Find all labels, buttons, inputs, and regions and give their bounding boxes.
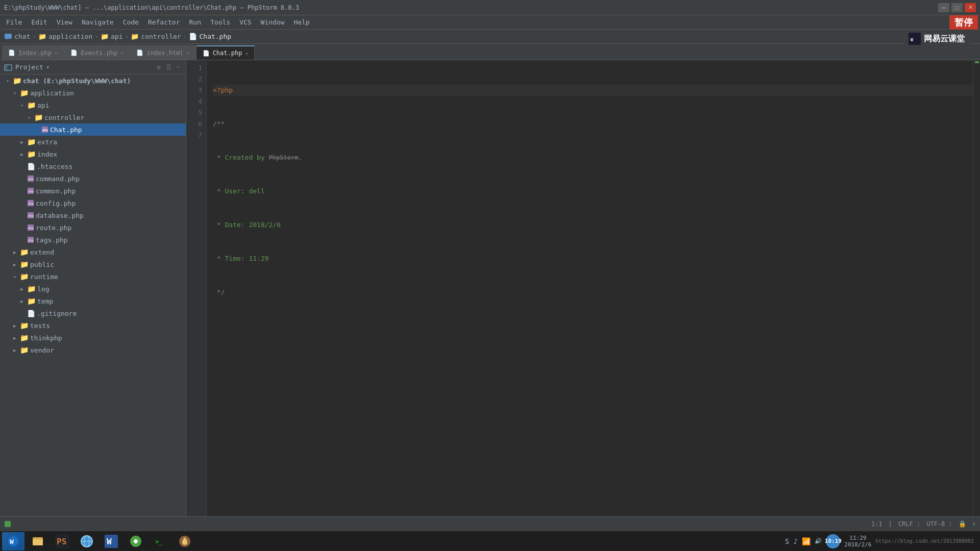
taskbar-browser[interactable] <box>76 532 98 550</box>
menu-code[interactable]: Code <box>119 17 143 28</box>
tree-item-route-php[interactable]: php route.php <box>0 221 186 234</box>
folder-icon-runtime: 📁 <box>20 272 29 281</box>
svg-rect-2 <box>5 34 12 39</box>
tree-item-config-php[interactable]: php config.php <box>0 197 186 209</box>
php-file-icon-command: php <box>27 175 34 182</box>
chat-icon <box>4 33 12 41</box>
taskbar-terminal[interactable]: >_ <box>149 532 172 550</box>
tree-item-command-php[interactable]: php command.php <box>0 172 186 185</box>
start-button[interactable]: W <box>2 532 24 550</box>
menu-help[interactable]: Help <box>290 17 314 28</box>
editor-content[interactable]: 1 2 3 4 5 6 7 <?php /** * Created by Php… <box>186 60 980 516</box>
folder-icon-temp: 📁 <box>27 297 36 305</box>
php-file-icon-common: php <box>27 187 34 194</box>
tree-label-index: index <box>37 151 57 158</box>
tree-item-extend[interactable]: ▶ 📁 extend <box>0 246 186 258</box>
comment-open: /** <box>213 118 225 130</box>
menu-vcs[interactable]: VCS <box>235 17 255 28</box>
editor-area: 1 2 3 4 5 6 7 <?php /** * Created by Php… <box>186 60 980 516</box>
title-bar: E:\phpStudy\WWW\chat] – ...\application\… <box>0 0 980 15</box>
tree-label-command-php: command.php <box>36 175 80 183</box>
cursor-position: 1:1 <box>871 520 883 528</box>
menu-navigate[interactable]: Navigate <box>78 17 118 28</box>
taskbar-explorer[interactable] <box>27 532 49 550</box>
tab-index-php[interactable]: 📄 Index.php ✕ <box>2 45 64 60</box>
project-minimize-btn[interactable]: ─ <box>175 63 182 71</box>
menu-edit[interactable]: Edit <box>27 17 51 28</box>
breadcrumb-chat[interactable]: chat <box>14 33 30 40</box>
tab-close-icon4[interactable]: ✕ <box>245 51 248 56</box>
line-num-5: 5 <box>186 107 202 118</box>
menu-file[interactable]: File <box>2 17 26 28</box>
tree-label-tags-php: tags.php <box>36 236 68 244</box>
menu-refactor[interactable]: Refactor <box>144 17 184 28</box>
menu-view[interactable]: View <box>53 17 77 28</box>
taskbar-phpstorm[interactable]: PS <box>51 532 74 550</box>
tree-item-vendor[interactable]: ▶ 📁 vendor <box>0 344 186 356</box>
tab-events-php[interactable]: 📄 Events.php ✕ <box>64 45 130 60</box>
tree-arrow-public: ▶ <box>11 262 18 267</box>
folder-icon-index: 📁 <box>27 150 36 158</box>
status-sep1: | <box>889 520 892 528</box>
folder-icon-api: 📁 <box>27 101 36 109</box>
tree-item-log[interactable]: ▶ 📁 log <box>0 283 186 295</box>
encoding[interactable]: UTF-8 : <box>926 520 952 528</box>
menu-tools[interactable]: Tools <box>206 17 234 28</box>
folder-icon-application: 📁 <box>20 89 29 97</box>
tree-label-database-php: database.php <box>36 212 84 219</box>
taskbar-word[interactable]: W <box>100 532 122 550</box>
code-line-1: <?php <box>213 85 973 96</box>
minimize-button[interactable]: ─ <box>938 3 949 12</box>
breadcrumb-api[interactable]: api <box>111 33 122 40</box>
tree-item-tests[interactable]: ▶ 📁 tests <box>0 319 186 332</box>
tree-label-config-php: config.php <box>36 199 76 207</box>
watermark-text: 网易云课堂 <box>924 34 965 44</box>
tab-index-html[interactable]: 📄 index.html ✕ <box>130 45 196 60</box>
breadcrumb-application[interactable]: application <box>48 33 92 40</box>
tree-item-public[interactable]: ▶ 📁 public <box>0 258 186 270</box>
tab-close-icon2[interactable]: ✕ <box>120 50 124 56</box>
tree-label-common-php: common.php <box>36 187 76 195</box>
comment-date: * Date: 2018/2/6 <box>213 219 281 231</box>
project-gear-btn[interactable]: ☰ <box>164 63 173 71</box>
code-editor[interactable]: <?php /** * Created by PhpStorm. * User:… <box>207 60 973 516</box>
tree-item-api[interactable]: ▾ 📁 api <box>0 99 186 111</box>
breadcrumb-chatphp[interactable]: Chat.php <box>199 33 231 40</box>
tab-close-icon3[interactable]: ✕ <box>187 50 190 56</box>
tab-close-icon[interactable]: ✕ <box>55 50 58 56</box>
tree-item-temp[interactable]: ▶ 📁 temp <box>0 295 186 307</box>
project-dropdown[interactable]: ▾ <box>46 64 50 70</box>
tree-item-application[interactable]: ▾ 📁 application <box>0 87 186 99</box>
tree-item-common-php[interactable]: php common.php <box>0 185 186 197</box>
tree-item-database-php[interactable]: php database.php <box>0 209 186 221</box>
menu-run[interactable]: Run <box>185 17 205 28</box>
tree-item-thinkphp[interactable]: ▶ 📁 thinkphp <box>0 332 186 344</box>
svg-text:php: php <box>28 189 34 193</box>
tree-item-gitignore[interactable]: 📄 .gitignore <box>0 307 186 319</box>
project-sync-btn[interactable]: ⚙ <box>156 63 162 71</box>
line-ending[interactable]: CRLF : <box>898 520 920 528</box>
folder-icon-tests: 📁 <box>20 321 29 330</box>
tree-item-runtime[interactable]: ▾ 📁 runtime <box>0 270 186 283</box>
title-bar-text: E:\phpStudy\WWW\chat] – ...\application\… <box>4 4 299 11</box>
tree-item-controller[interactable]: ▾ 📁 controller <box>0 111 186 123</box>
close-button[interactable]: ✕ <box>965 3 976 12</box>
php-file-icon-tags: php <box>27 236 34 243</box>
taskbar-app2[interactable] <box>174 532 196 550</box>
breadcrumb-controller[interactable]: controller <box>141 33 181 40</box>
tab-chat-php[interactable]: 📄 Chat.php ✕ <box>197 45 255 60</box>
svg-text:php: php <box>28 214 34 218</box>
tree-item-index[interactable]: ▶ 📁 index <box>0 148 186 160</box>
svg-text:W: W <box>911 38 913 42</box>
taskbar-app1[interactable] <box>125 532 147 550</box>
tree-item-chat-php[interactable]: php Chat.php <box>0 123 186 136</box>
menu-window[interactable]: Window <box>257 17 289 28</box>
tree-item-htaccess[interactable]: 📄 .htaccess <box>0 160 186 172</box>
tree-item-tags-php[interactable]: php tags.php <box>0 234 186 246</box>
tree-item-extra[interactable]: ▶ 📁 extra <box>0 136 186 148</box>
tree-label-application: application <box>30 89 74 97</box>
menu-bar: File Edit View Navigate Code Refactor Ru… <box>0 15 980 30</box>
svg-text:php: php <box>42 128 48 132</box>
tree-item-chat[interactable]: ▾ 📁 chat (E:\phpStudy\WWW\chat) <box>0 74 186 87</box>
maximize-button[interactable]: □ <box>951 3 963 12</box>
